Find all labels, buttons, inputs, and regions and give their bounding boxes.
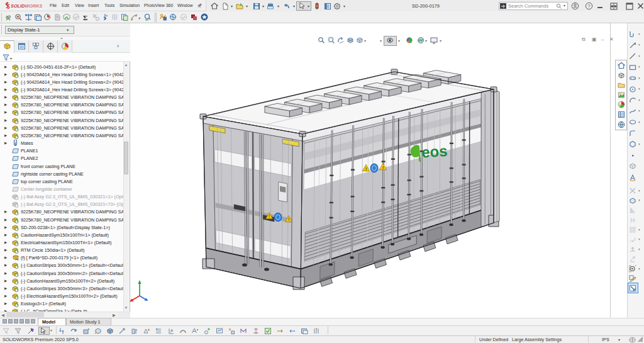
svg-text:!: ! (365, 166, 367, 172)
svg-text:!: ! (269, 213, 270, 219)
svg-text:eos: eos (421, 142, 448, 161)
svg-text:!: ! (288, 216, 289, 222)
svg-text:!: ! (382, 165, 384, 171)
